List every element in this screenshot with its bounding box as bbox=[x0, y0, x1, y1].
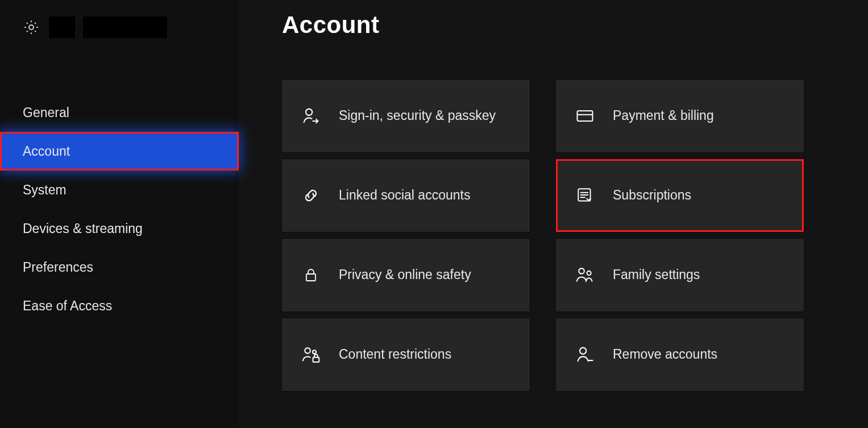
family-icon bbox=[572, 262, 598, 288]
tile-remove-accounts[interactable]: Remove accounts bbox=[556, 318, 804, 391]
tile-label: Subscriptions bbox=[613, 186, 691, 204]
tile-label: Remove accounts bbox=[613, 346, 717, 363]
card-icon bbox=[572, 103, 598, 129]
tile-label: Linked social accounts bbox=[339, 186, 470, 204]
redacted-block bbox=[83, 16, 167, 38]
tile-family-settings[interactable]: Family settings bbox=[556, 239, 804, 311]
svg-rect-8 bbox=[306, 274, 315, 281]
tile-content-restrictions[interactable]: Content restrictions bbox=[282, 318, 530, 391]
person-minus-icon bbox=[572, 342, 598, 368]
settings-sidebar: General Account System Devices & streami… bbox=[0, 0, 239, 428]
svg-point-0 bbox=[29, 25, 34, 30]
tile-linked-social[interactable]: Linked social accounts bbox=[282, 159, 530, 232]
svg-point-12 bbox=[313, 350, 316, 354]
sidebar-item-system[interactable]: System bbox=[0, 171, 239, 209]
svg-point-9 bbox=[579, 268, 584, 274]
sidebar-header bbox=[0, 10, 239, 44]
svg-rect-13 bbox=[313, 358, 319, 362]
tile-label: Content restrictions bbox=[339, 346, 451, 363]
subscription-icon bbox=[572, 182, 598, 209]
sidebar-item-account[interactable]: Account bbox=[0, 132, 239, 171]
sidebar-item-general[interactable]: General bbox=[0, 93, 239, 132]
sidebar-item-label: Preferences bbox=[23, 260, 93, 275]
account-tile-grid: Sign-in, security & passkey Payment & bi… bbox=[282, 80, 868, 391]
sidebar-nav: General Account System Devices & streami… bbox=[0, 93, 239, 325]
tile-label: Payment & billing bbox=[613, 107, 714, 124]
svg-point-14 bbox=[580, 348, 586, 354]
tile-subscriptions[interactable]: Subscriptions bbox=[556, 159, 804, 232]
tile-label: Privacy & online safety bbox=[339, 266, 471, 284]
page-title: Account bbox=[282, 11, 868, 39]
sidebar-item-label: Ease of Access bbox=[23, 298, 112, 314]
tile-signin-security[interactable]: Sign-in, security & passkey bbox=[282, 80, 530, 152]
person-lock-icon bbox=[298, 342, 324, 368]
main-content: Account Sign-in, security & passkey P bbox=[239, 0, 868, 428]
gear-icon bbox=[22, 18, 41, 37]
sidebar-item-label: Account bbox=[23, 144, 70, 159]
svg-rect-2 bbox=[578, 111, 593, 121]
sidebar-item-label: System bbox=[23, 182, 67, 198]
tile-payment-billing[interactable]: Payment & billing bbox=[556, 80, 804, 152]
lock-icon bbox=[298, 262, 324, 288]
sidebar-item-label: General bbox=[23, 105, 69, 120]
svg-point-1 bbox=[306, 109, 312, 115]
svg-point-10 bbox=[587, 271, 591, 275]
link-icon bbox=[298, 182, 324, 209]
sidebar-item-devices-streaming[interactable]: Devices & streaming bbox=[0, 209, 239, 248]
sidebar-item-label: Devices & streaming bbox=[23, 221, 143, 236]
sidebar-item-ease-of-access[interactable]: Ease of Access bbox=[0, 286, 239, 325]
tile-label: Family settings bbox=[613, 266, 700, 284]
tile-label: Sign-in, security & passkey bbox=[339, 107, 496, 124]
person-arrow-icon bbox=[298, 103, 324, 129]
svg-point-11 bbox=[305, 348, 310, 354]
tile-privacy-safety[interactable]: Privacy & online safety bbox=[282, 239, 530, 311]
sidebar-item-preferences[interactable]: Preferences bbox=[0, 248, 239, 286]
redacted-block bbox=[49, 16, 75, 38]
